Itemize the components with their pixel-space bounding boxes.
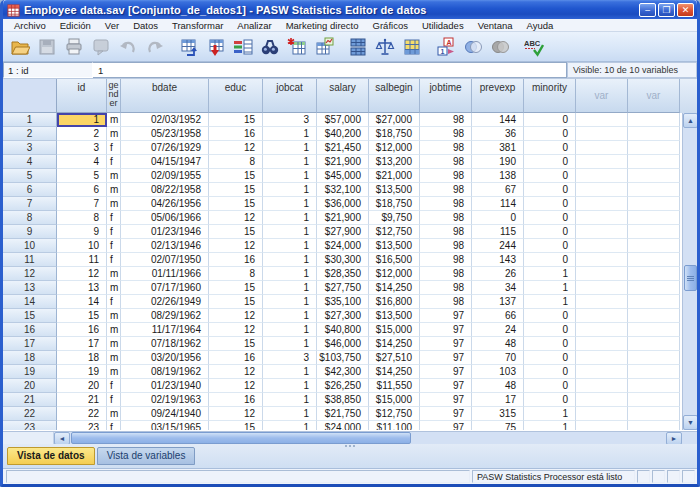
cell-7-id[interactable]: 7 bbox=[57, 197, 107, 211]
cell-10-prevexp[interactable]: 244 bbox=[472, 239, 524, 253]
cell-9-jobcat[interactable]: 1 bbox=[263, 225, 317, 239]
cell-22-minority[interactable]: 1 bbox=[524, 407, 576, 421]
cell-6-gender[interactable]: m bbox=[107, 183, 121, 197]
cell-7-minority[interactable]: 0 bbox=[524, 197, 576, 211]
menu-utilidades[interactable]: Utilidades bbox=[415, 19, 471, 32]
cell-11-id[interactable]: 11 bbox=[57, 253, 107, 267]
cell-4-jobcat[interactable]: 1 bbox=[263, 155, 317, 169]
cell-16-var[interactable] bbox=[576, 323, 628, 337]
row-header-4[interactable]: 4 bbox=[3, 155, 57, 169]
cell-5-bdate[interactable]: 02/09/1955 bbox=[121, 169, 209, 183]
cell-12-minority[interactable]: 1 bbox=[524, 267, 576, 281]
cell-13-jobcat[interactable]: 1 bbox=[263, 281, 317, 295]
scroll-up-button[interactable]: ▲ bbox=[683, 113, 697, 128]
cell-3-salbegin[interactable]: $12,000 bbox=[369, 141, 420, 155]
row-header-2[interactable]: 2 bbox=[3, 127, 57, 141]
cell-10-jobtime[interactable]: 98 bbox=[420, 239, 472, 253]
cell-12-prevexp[interactable]: 26 bbox=[472, 267, 524, 281]
cell-23-jobcat[interactable]: 1 bbox=[263, 421, 317, 430]
cell-17-id[interactable]: 17 bbox=[57, 337, 107, 351]
cell-7-jobtime[interactable]: 98 bbox=[420, 197, 472, 211]
cell-18-jobcat[interactable]: 3 bbox=[263, 351, 317, 365]
show-all-variables-button[interactable] bbox=[486, 34, 513, 60]
cell-7-gender[interactable]: m bbox=[107, 197, 121, 211]
menu-ver[interactable]: Ver bbox=[98, 19, 126, 32]
cell-19-var[interactable] bbox=[576, 365, 628, 379]
cell-15-educ[interactable]: 12 bbox=[209, 309, 263, 323]
cell-5-minority[interactable]: 0 bbox=[524, 169, 576, 183]
cell-5-jobcat[interactable]: 1 bbox=[263, 169, 317, 183]
menu-transformar[interactable]: Transformar bbox=[165, 19, 230, 32]
open-data-button[interactable] bbox=[6, 34, 33, 60]
cell-14-jobcat[interactable]: 1 bbox=[263, 295, 317, 309]
cell-21-id[interactable]: 21 bbox=[57, 393, 107, 407]
cell-3-id[interactable]: 3 bbox=[57, 141, 107, 155]
cell-20-jobcat[interactable]: 1 bbox=[263, 379, 317, 393]
insert-cases-button[interactable] bbox=[283, 34, 310, 60]
cell-23-educ[interactable]: 15 bbox=[209, 421, 263, 430]
cell-22-gender[interactable]: m bbox=[107, 407, 121, 421]
cell-20-prevexp[interactable]: 48 bbox=[472, 379, 524, 393]
cell-12-jobtime[interactable]: 98 bbox=[420, 267, 472, 281]
cell-11-bdate[interactable]: 02/07/1950 bbox=[121, 253, 209, 267]
cell-19-jobcat[interactable]: 1 bbox=[263, 365, 317, 379]
cell-16-var[interactable] bbox=[628, 323, 680, 337]
cell-19-salbegin[interactable]: $14,250 bbox=[369, 365, 420, 379]
cell-15-var[interactable] bbox=[628, 309, 680, 323]
menu-archivo[interactable]: Archivo bbox=[7, 19, 53, 32]
cell-19-id[interactable]: 19 bbox=[57, 365, 107, 379]
cell-19-bdate[interactable]: 08/19/1962 bbox=[121, 365, 209, 379]
cell-7-var[interactable] bbox=[576, 197, 628, 211]
cell-13-educ[interactable]: 15 bbox=[209, 281, 263, 295]
cell-5-id[interactable]: 5 bbox=[57, 169, 107, 183]
cell-7-salbegin[interactable]: $18,750 bbox=[369, 197, 420, 211]
cell-11-jobtime[interactable]: 98 bbox=[420, 253, 472, 267]
cell-3-prevexp[interactable]: 381 bbox=[472, 141, 524, 155]
cell-20-jobtime[interactable]: 97 bbox=[420, 379, 472, 393]
menu-edición[interactable]: Edición bbox=[53, 19, 98, 32]
row-header-19[interactable]: 19 bbox=[3, 365, 57, 379]
scroll-down-button[interactable]: ▼ bbox=[683, 415, 697, 430]
cell-5-salary[interactable]: $45,000 bbox=[317, 169, 369, 183]
cell-9-jobtime[interactable]: 98 bbox=[420, 225, 472, 239]
weight-cases-button[interactable] bbox=[371, 34, 398, 60]
cell-21-salbegin[interactable]: $15,000 bbox=[369, 393, 420, 407]
cell-8-var[interactable] bbox=[628, 211, 680, 225]
goto-variable-button[interactable] bbox=[202, 34, 229, 60]
cell-5-educ[interactable]: 15 bbox=[209, 169, 263, 183]
cell-8-prevexp[interactable]: 0 bbox=[472, 211, 524, 225]
column-header-bdate-2[interactable]: bdate bbox=[121, 79, 209, 113]
cell-5-jobtime[interactable]: 98 bbox=[420, 169, 472, 183]
cell-12-bdate[interactable]: 01/11/1966 bbox=[121, 267, 209, 281]
cell-3-minority[interactable]: 0 bbox=[524, 141, 576, 155]
menu-gráficos[interactable]: Gráficos bbox=[366, 19, 415, 32]
cell-21-jobcat[interactable]: 1 bbox=[263, 393, 317, 407]
cell-13-bdate[interactable]: 07/17/1960 bbox=[121, 281, 209, 295]
row-header-16[interactable]: 16 bbox=[3, 323, 57, 337]
cell-18-salary[interactable]: $103,750 bbox=[317, 351, 369, 365]
cell-5-var[interactable] bbox=[628, 169, 680, 183]
column-header-educ-3[interactable]: educ bbox=[209, 79, 263, 113]
cell-4-salary[interactable]: $21,900 bbox=[317, 155, 369, 169]
cell-23-bdate[interactable]: 03/15/1965 bbox=[121, 421, 209, 430]
vertical-scrollbar[interactable]: ▲ ▼ bbox=[682, 113, 697, 430]
cell-18-minority[interactable]: 0 bbox=[524, 351, 576, 365]
cell-10-salbegin[interactable]: $13,500 bbox=[369, 239, 420, 253]
cell-4-jobtime[interactable]: 98 bbox=[420, 155, 472, 169]
cell-9-var[interactable] bbox=[576, 225, 628, 239]
close-button[interactable]: ✕ bbox=[677, 3, 694, 17]
cell-14-minority[interactable]: 1 bbox=[524, 295, 576, 309]
cell-17-minority[interactable]: 0 bbox=[524, 337, 576, 351]
cell-13-salbegin[interactable]: $14,250 bbox=[369, 281, 420, 295]
cell-22-salary[interactable]: $21,750 bbox=[317, 407, 369, 421]
column-header-jobtime-7[interactable]: jobtime bbox=[420, 79, 472, 113]
pane-splitter-grip[interactable] bbox=[345, 445, 355, 447]
row-header-3[interactable]: 3 bbox=[3, 141, 57, 155]
row-header-12[interactable]: 12 bbox=[3, 267, 57, 281]
cell-11-educ[interactable]: 16 bbox=[209, 253, 263, 267]
cell-12-educ[interactable]: 8 bbox=[209, 267, 263, 281]
cell-6-id[interactable]: 6 bbox=[57, 183, 107, 197]
cell-19-salary[interactable]: $42,300 bbox=[317, 365, 369, 379]
cell-16-minority[interactable]: 0 bbox=[524, 323, 576, 337]
column-header-var-11[interactable]: var bbox=[628, 79, 680, 113]
